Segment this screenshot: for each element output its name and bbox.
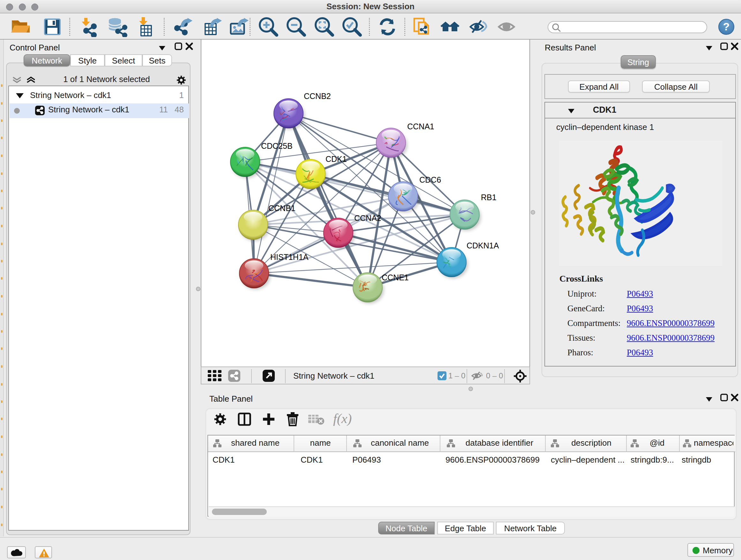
svg-text:CCNA2: CCNA2 xyxy=(354,213,381,223)
svg-text:CCNB1: CCNB1 xyxy=(268,204,295,212)
svg-text:CCNA1: CCNA1 xyxy=(407,122,434,131)
svg-text:RB1: RB1 xyxy=(481,193,496,202)
svg-text:CDKN1A: CDKN1A xyxy=(467,241,499,250)
svg-text:CCNE1: CCNE1 xyxy=(382,273,409,282)
svg-text:CDC6: CDC6 xyxy=(419,175,441,184)
svg-text:CCNB2: CCNB2 xyxy=(304,91,331,101)
svg-text:CDK1: CDK1 xyxy=(326,154,347,164)
svg-text:?: ? xyxy=(723,20,730,33)
svg-text:HIST1H1A: HIST1H1A xyxy=(270,253,309,261)
svg-text:CDC25B: CDC25B xyxy=(261,141,293,150)
